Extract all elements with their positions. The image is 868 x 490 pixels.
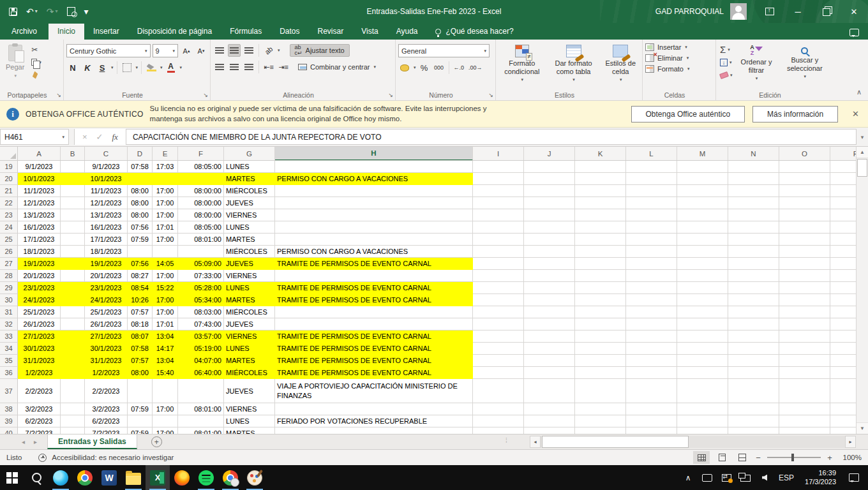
cell-E33[interactable]: 13:04 [153, 330, 178, 343]
cell-J24[interactable] [524, 221, 575, 234]
cell-P36[interactable] [830, 367, 856, 379]
dismiss-warning-icon[interactable]: ✕ [852, 109, 859, 119]
cell-H28[interactable] [275, 270, 473, 282]
cell-F40[interactable]: 08:01:00 [178, 427, 224, 434]
cell-E19[interactable]: 17:03 [153, 161, 178, 173]
cell-J23[interactable] [524, 209, 575, 221]
cell-C27[interactable]: 19/1/2023 [85, 258, 128, 270]
cell-K25[interactable] [575, 234, 626, 246]
cell-G24[interactable]: LUNES [224, 221, 275, 234]
cell-I22[interactable] [473, 197, 524, 209]
cell-M19[interactable] [677, 161, 728, 173]
cell-K38[interactable] [575, 403, 626, 415]
cell-B35[interactable] [61, 355, 85, 367]
cell-N32[interactable] [728, 318, 779, 330]
user-name[interactable]: GAD PARROQUIAL [655, 7, 724, 16]
cell-B19[interactable] [61, 161, 85, 173]
row-header-36[interactable]: 36 [0, 367, 18, 379]
cell-N34[interactable] [728, 343, 779, 355]
cell-H19[interactable] [275, 161, 473, 173]
cell-F30[interactable]: 05:34:00 [178, 294, 224, 306]
increase-indent-icon[interactable]: ⇥≡ [277, 61, 290, 73]
close-icon[interactable]: ✕ [840, 0, 868, 23]
cell-P29[interactable] [830, 282, 856, 294]
cell-E22[interactable]: 17:00 [153, 197, 178, 209]
cell-N31[interactable] [728, 306, 779, 318]
cell-N38[interactable] [728, 403, 779, 415]
redo-icon[interactable]: ↷▾ [47, 7, 58, 16]
cell-J33[interactable] [524, 330, 575, 343]
cell-O32[interactable] [779, 318, 830, 330]
cell-H31[interactable] [275, 306, 473, 318]
cell-I20[interactable] [473, 173, 524, 185]
row-header-19[interactable]: 19 [0, 161, 18, 173]
cell-H25[interactable] [275, 234, 473, 246]
cell-H38[interactable] [275, 403, 473, 415]
cell-J30[interactable] [524, 294, 575, 306]
cell-N29[interactable] [728, 282, 779, 294]
cell-P33[interactable] [830, 330, 856, 343]
cell-P21[interactable] [830, 185, 856, 197]
column-header-B[interactable]: B [61, 147, 85, 161]
minimize-icon[interactable]: ─ [784, 0, 812, 23]
scroll-up-icon[interactable]: ▲ [857, 147, 868, 158]
cell-E38[interactable]: 17:00 [153, 403, 178, 415]
column-header-I[interactable]: I [473, 147, 524, 161]
row-header-20[interactable]: 20 [0, 173, 18, 185]
cell-H26[interactable]: PERMISO CON CARGO A VACACIONES [275, 246, 473, 258]
cell-A24[interactable]: 16/1/2023 [18, 221, 61, 234]
comma-style-icon[interactable]: 000 [433, 61, 445, 74]
cell-D38[interactable]: 07:59 [128, 403, 153, 415]
cell-N24[interactable] [728, 221, 779, 234]
cell-E29[interactable]: 15:22 [153, 282, 178, 294]
cell-M23[interactable] [677, 209, 728, 221]
cell-K26[interactable] [575, 246, 626, 258]
cell-C19[interactable]: 9/1/2023 [85, 161, 128, 173]
tab-ayuda[interactable]: Ayuda [387, 24, 427, 40]
row-header-37[interactable]: 37 [0, 379, 18, 403]
spotify-taskbar-button[interactable] [194, 465, 218, 490]
cell-B32[interactable] [61, 318, 85, 330]
align-bottom-icon[interactable] [243, 44, 255, 57]
sheet-nav-right-icon[interactable]: ▸ [34, 438, 37, 445]
cell-C24[interactable]: 16/1/2023 [85, 221, 128, 234]
accounting-format-icon[interactable] [398, 61, 411, 74]
cell-K23[interactable] [575, 209, 626, 221]
zoom-out-icon[interactable]: − [754, 453, 762, 463]
new-sheet-icon[interactable]: + [151, 436, 162, 447]
cell-C28[interactable]: 20/1/2023 [85, 270, 128, 282]
font-color-icon[interactable]: A [165, 61, 177, 74]
cell-P28[interactable] [830, 270, 856, 282]
cell-F34[interactable]: 05:19:00 [178, 343, 224, 355]
cell-K29[interactable] [575, 282, 626, 294]
start-taskbar-button[interactable] [0, 465, 24, 490]
cell-O27[interactable] [779, 258, 830, 270]
action-center-icon[interactable] [849, 473, 859, 482]
font-dialog-launcher-icon[interactable]: ↘ [203, 92, 208, 98]
cell-O22[interactable] [779, 197, 830, 209]
increase-decimal-icon[interactable]: ←.0 [453, 61, 466, 74]
cell-C26[interactable]: 18/1/2023 [85, 246, 128, 258]
row-header-32[interactable]: 32 [0, 318, 18, 330]
cell-N20[interactable] [728, 173, 779, 185]
cell-N25[interactable] [728, 234, 779, 246]
cell-P32[interactable] [830, 318, 856, 330]
cell-F23[interactable]: 08:00:00 [178, 209, 224, 221]
cell-O30[interactable] [779, 294, 830, 306]
cell-A22[interactable]: 12/1/2023 [18, 197, 61, 209]
cell-L24[interactable] [626, 221, 677, 234]
cell-A27[interactable]: 19/1/2023 [18, 258, 61, 270]
cell-F38[interactable]: 08:01:00 [178, 403, 224, 415]
cell-F33[interactable]: 03:57:00 [178, 330, 224, 343]
cell-C29[interactable]: 23/1/2023 [85, 282, 128, 294]
cell-H24[interactable] [275, 221, 473, 234]
row-header-21[interactable]: 21 [0, 185, 18, 197]
cell-N27[interactable] [728, 258, 779, 270]
cell-D24[interactable]: 07:56 [128, 221, 153, 234]
sync-icon[interactable] [718, 465, 735, 490]
cell-K31[interactable] [575, 306, 626, 318]
row-header-27[interactable]: 27 [0, 258, 18, 270]
tab-revisar[interactable]: Revisar [309, 24, 353, 40]
cell-L19[interactable] [626, 161, 677, 173]
vertical-scroll-thumb[interactable] [857, 159, 867, 177]
